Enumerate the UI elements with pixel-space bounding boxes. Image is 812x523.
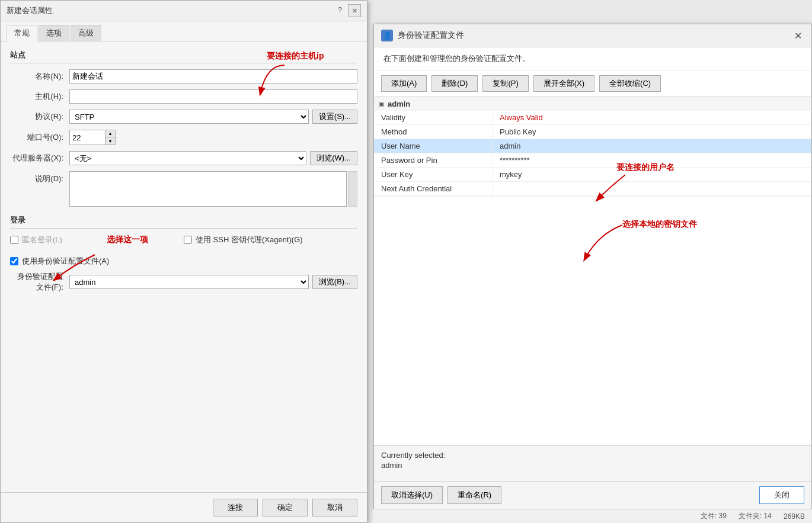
profile-group-header[interactable]: ▣ admin: [374, 97, 811, 111]
left-dialog-title-bar: 新建会话属性 ? ✕: [1, 1, 367, 21]
selected-area: Currently selected: admin: [374, 445, 811, 481]
protocol-row: 协议(R): SFTP 设置(S)...: [10, 110, 357, 124]
anonymous-row: 匿名登录(L): [10, 235, 184, 245]
port-row: 端口号(O): ▲ ▼: [10, 130, 357, 145]
field-password: Password or Pin: [374, 153, 493, 167]
proxy-label: 代理服务器(X):: [10, 153, 69, 163]
left-dialog-title-buttons: ? ✕: [334, 4, 361, 17]
field-method: Method: [374, 125, 493, 139]
profile-file-select[interactable]: admin: [69, 275, 309, 289]
status-files: 文件: 39: [701, 511, 727, 521]
table-row[interactable]: Method Public Key: [374, 125, 811, 139]
profile-file-label: 身份验证配置文件(F):: [10, 271, 69, 293]
login-section-title: 登录: [10, 215, 357, 229]
table-row[interactable]: User Key mykey: [374, 168, 811, 182]
right-dialog-title: 身份验证配置文件: [398, 30, 464, 41]
ssh-agent-label: 使用 SSH 密钥代理(Xagent)(G): [196, 235, 303, 245]
browse-proxy-button[interactable]: 浏览(W)...: [310, 151, 357, 165]
table-row[interactable]: Validity Always Valid: [374, 111, 811, 125]
value-password: **********: [493, 153, 811, 167]
field-validity: Validity: [374, 111, 493, 124]
tab-bar: 常规 选项 高级: [1, 21, 367, 41]
ssh-agent-row: 使用 SSH 密钥代理(Xagent)(G): [184, 235, 357, 245]
left-dialog-title: 新建会话属性: [7, 5, 53, 16]
desc-input-area: [69, 171, 357, 207]
name-input[interactable]: [69, 69, 357, 84]
site-section-title: 站点: [10, 50, 357, 63]
port-spinbox: ▲ ▼: [69, 130, 116, 145]
host-label: 主机(H):: [10, 91, 69, 102]
desktop: 新建会话属性 ? ✕ 常规 选项 高级 站点 名称(N): 主机(H):: [0, 0, 812, 523]
anonymous-checkbox[interactable]: [10, 236, 18, 244]
protocol-select[interactable]: SFTP: [69, 110, 309, 124]
proxy-select[interactable]: <无>: [69, 151, 306, 165]
delete-button[interactable]: 删除(D): [431, 75, 478, 92]
selected-label: Currently selected:: [381, 451, 804, 460]
host-input[interactable]: [69, 89, 357, 104]
collapse-all-button[interactable]: 全部收缩(C): [599, 75, 661, 92]
desc-label: 说明(D):: [10, 171, 69, 184]
add-button[interactable]: 添加(A): [381, 75, 427, 92]
desc-textarea[interactable]: [69, 171, 347, 207]
proxy-row: 代理服务器(X): <无> 浏览(W)...: [10, 151, 357, 165]
right-dialog: 👤 身份验证配置文件 ✕ 在下面创建和管理您的身份验证配置文件。 添加(A) 删…: [373, 24, 812, 509]
value-method: Public Key: [493, 125, 811, 139]
field-username: User Name: [374, 139, 493, 153]
profile-icon-symbol: 👤: [383, 31, 392, 40]
use-profile-checkbox[interactable]: [10, 257, 18, 265]
field-nextauth: Next Auth Credential: [374, 182, 493, 195]
profile-rows: Validity Always Valid Method Public Key …: [374, 111, 811, 196]
deselect-button[interactable]: 取消选择(U): [381, 486, 443, 504]
profile-group-admin: ▣ admin Validity Always Valid Method Pub…: [374, 97, 811, 197]
left-dialog-bottom-buttons: 连接 确定 取消: [1, 492, 367, 522]
use-profile-row: 使用身份验证配置文件(A): [10, 256, 357, 267]
right-dialog-subtitle: 在下面创建和管理您的身份验证配置文件。: [374, 47, 811, 70]
value-userkey: mykey: [493, 168, 811, 181]
bottom-btns-left: 取消选择(U) 重命名(R): [381, 486, 501, 504]
help-icon: ?: [334, 4, 346, 17]
settings-button[interactable]: 设置(S)...: [312, 110, 357, 124]
left-dialog: 新建会话属性 ? ✕ 常规 选项 高级 站点 名称(N): 主机(H):: [0, 0, 367, 523]
browse-profile-button[interactable]: 浏览(B)...: [312, 275, 357, 289]
status-folders: 文件夹: 14: [739, 511, 772, 521]
table-row[interactable]: User Name admin: [374, 139, 811, 153]
host-row: 主机(H):: [10, 89, 357, 104]
name-row: 名称(N):: [10, 69, 357, 84]
name-label: 名称(N):: [10, 71, 69, 82]
field-userkey: User Key: [374, 168, 493, 181]
tab-advanced[interactable]: 高级: [71, 25, 101, 41]
login-section: 登录 匿名登录(L) 使用 SSH 密钥代理(Xagent)(G) 使用身份验证…: [10, 215, 357, 293]
use-profile-label: 使用身份验证配置文件(A): [22, 256, 109, 267]
expand-icon: ▣: [379, 101, 384, 107]
expand-all-button[interactable]: 展开全部(X): [533, 75, 594, 92]
copy-button[interactable]: 复制(P): [482, 75, 528, 92]
port-input[interactable]: [70, 130, 106, 145]
table-row[interactable]: Password or Pin **********: [374, 153, 811, 168]
selected-value: admin: [381, 461, 804, 470]
ok-button[interactable]: 确定: [263, 499, 308, 516]
value-username: admin: [493, 139, 811, 153]
cancel-button[interactable]: 取消: [312, 499, 357, 516]
close-main-button[interactable]: 关闭: [759, 486, 804, 504]
connect-button[interactable]: 连接: [213, 499, 258, 516]
right-dialog-title-bar: 👤 身份验证配置文件 ✕: [374, 24, 811, 47]
status-bar: 文件: 39 文件夹: 14 269KB: [373, 509, 812, 523]
anonymous-label: 匿名登录(L): [22, 235, 62, 245]
ssh-agent-checkbox[interactable]: [184, 236, 192, 244]
table-row[interactable]: Next Auth Credential: [374, 182, 811, 196]
tab-general[interactable]: 常规: [7, 25, 37, 41]
tab-options[interactable]: 选项: [39, 25, 69, 41]
rename-button[interactable]: 重命名(R): [447, 486, 501, 504]
profile-table-area: ▣ admin Validity Always Valid Method Pub…: [374, 97, 811, 445]
port-down-button[interactable]: ▼: [106, 137, 115, 145]
right-dialog-bottom-buttons: 取消选择(U) 重命名(R) 关闭: [374, 481, 811, 509]
right-title-left: 👤 身份验证配置文件: [381, 30, 464, 41]
profile-file-row: 身份验证配置文件(F): admin 浏览(B)...: [10, 271, 357, 293]
status-size: 269KB: [784, 512, 805, 521]
desc-scrollbar[interactable]: [348, 171, 357, 207]
right-dialog-close-button[interactable]: ✕: [791, 29, 804, 42]
right-dialog-toolbar: 添加(A) 删除(D) 复制(P) 展开全部(X) 全部收缩(C): [374, 70, 811, 97]
port-up-button[interactable]: ▲: [106, 130, 115, 137]
left-dialog-content: 站点 名称(N): 主机(H): 协议(R): SFTP 设置(S)... 端口…: [1, 41, 367, 492]
close-button-left[interactable]: ✕: [348, 4, 361, 17]
